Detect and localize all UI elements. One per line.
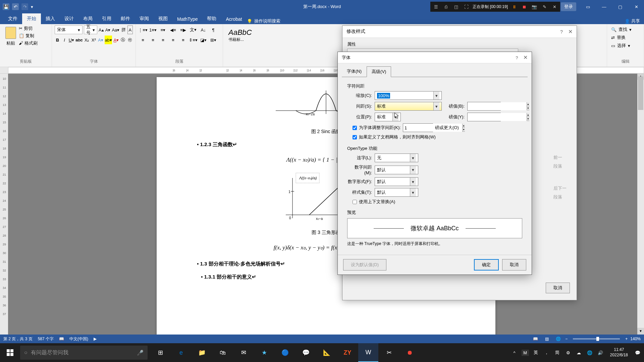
clock[interactable]: 11:47 2022/6/18 xyxy=(607,347,631,358)
decrease-indent-icon[interactable]: ◀≡ xyxy=(169,25,177,34)
replace-button[interactable]: ⇄替换 xyxy=(610,34,641,42)
select-button[interactable]: ▭选择▾ xyxy=(610,42,641,50)
spin-down-icon[interactable]: ▼ xyxy=(527,106,529,110)
tab-review[interactable]: 审阅 xyxy=(135,13,154,24)
login-button[interactable]: 登录 xyxy=(561,2,576,11)
star-app-icon[interactable]: ★ xyxy=(254,343,274,362)
highlight-icon[interactable]: ab▾ xyxy=(105,36,112,44)
spell-check-icon[interactable]: 📖 xyxy=(59,337,64,341)
borders-icon[interactable]: ⊞▾ xyxy=(209,36,218,44)
find-button[interactable]: 🔍查找▾ xyxy=(610,25,641,34)
align-right-icon[interactable]: ≡ xyxy=(159,36,167,44)
start-button[interactable] xyxy=(0,343,20,362)
multilevel-icon[interactable]: ≡▾ xyxy=(159,25,167,34)
change-case-icon[interactable]: Aa▾ xyxy=(112,25,119,34)
snap-grid-checkbox[interactable] xyxy=(353,135,357,139)
tray-expand-icon[interactable]: ^ xyxy=(511,350,518,355)
position-pt-spinner[interactable]: ▲▼ xyxy=(467,113,501,121)
ime-mode[interactable]: 简 xyxy=(554,350,561,356)
zoom-out-button[interactable]: − xyxy=(565,337,568,341)
chevron-down-icon[interactable]: ▾ xyxy=(410,178,416,186)
spin-up-icon[interactable]: ▲ xyxy=(463,124,465,128)
menu-icon[interactable]: ☰ xyxy=(432,3,440,10)
close-icon[interactable]: ✕ xyxy=(523,55,528,60)
spin-up-icon[interactable]: ▲ xyxy=(527,113,529,117)
line-spacing-icon[interactable]: ⇕≡▾ xyxy=(189,36,198,44)
text-effects-icon[interactable]: A▾ xyxy=(98,36,104,44)
cancel-button[interactable]: 取消 xyxy=(502,259,526,270)
zoom-in-button[interactable]: + xyxy=(625,337,628,341)
record-app-icon[interactable]: ⏺ xyxy=(400,343,420,362)
ribbon-options-icon[interactable]: ▭ xyxy=(580,0,596,13)
kerning-checkbox[interactable] xyxy=(353,126,357,130)
zoom-level[interactable]: 140% xyxy=(630,337,641,341)
phonetic-icon[interactable]: 拼 xyxy=(121,25,126,34)
undo-icon[interactable]: ↶ xyxy=(12,3,19,10)
close-icon[interactable]: ✕ xyxy=(629,0,644,13)
store-icon[interactable]: 🛍 xyxy=(213,343,233,362)
print-layout-icon[interactable]: ▤ xyxy=(542,336,551,342)
tab-layout[interactable]: 布局 xyxy=(78,13,97,24)
font-name-combo[interactable]: 宋体▾ xyxy=(55,25,83,34)
chevron-down-icon[interactable]: ▾ xyxy=(410,154,416,162)
tab-mathtype[interactable]: MathType xyxy=(172,14,202,24)
close-icon[interactable]: ✕ xyxy=(568,29,573,35)
tab-references[interactable]: 引用 xyxy=(97,13,116,24)
tab-acrobat[interactable]: Acrobat xyxy=(221,14,247,24)
superscript-icon[interactable]: X² xyxy=(91,36,97,44)
align-center-icon[interactable]: ≡ xyxy=(149,36,157,44)
stop-icon[interactable]: ⏹ xyxy=(521,3,528,10)
shading-icon[interactable]: ◪▾ xyxy=(199,36,208,44)
chevron-down-icon[interactable]: ▾ xyxy=(410,188,416,196)
minimize-icon[interactable]: ― xyxy=(596,0,612,13)
ime-punct-icon[interactable]: ， xyxy=(543,350,550,356)
chevron-down-icon[interactable]: ▾ xyxy=(433,102,439,110)
wechat-icon[interactable]: 💬 xyxy=(296,343,316,362)
taskbar-search[interactable]: ○ 有问题尽管问我 🎤 xyxy=(20,346,148,360)
distribute-icon[interactable]: ≡ xyxy=(179,36,187,44)
edge-icon[interactable]: e xyxy=(171,343,191,362)
scroll-down-icon[interactable]: ▼ xyxy=(637,328,644,335)
increase-indent-icon[interactable]: ≡▶ xyxy=(179,25,187,34)
notifications-icon[interactable]: 💬 xyxy=(634,350,641,355)
ime-lang[interactable]: 英 xyxy=(532,350,540,356)
tab-font-advanced[interactable]: 高级(V) xyxy=(367,66,391,77)
tab-mailings[interactable]: 邮件 xyxy=(116,13,135,24)
tab-view[interactable]: 视图 xyxy=(154,13,172,24)
scale-combo[interactable]: 100% ▾ xyxy=(375,91,442,100)
share-button[interactable]: 👤 共享 xyxy=(625,18,640,24)
copy-button[interactable]: 📋 复制 xyxy=(19,33,38,39)
contextual-checkbox[interactable] xyxy=(353,200,357,204)
italic-icon[interactable]: I xyxy=(62,36,67,44)
ok-button[interactable]: 确定 xyxy=(474,259,499,270)
asian-layout-icon[interactable]: 文▾ xyxy=(189,25,198,34)
tell-me-search[interactable]: 💡 操作说明搜索 xyxy=(247,18,280,24)
spin-down-icon[interactable]: ▼ xyxy=(527,117,529,121)
tab-insert[interactable]: 插入 xyxy=(41,13,60,24)
vertical-ruler[interactable]: 10 11 12 13 14 15 16 17 18 19 20 21 22 2… xyxy=(0,74,8,349)
camera-icon[interactable]: 📷 xyxy=(531,3,538,10)
language-status[interactable]: 中文(中国) xyxy=(69,336,88,342)
mic-icon[interactable]: 🎤 xyxy=(137,350,144,356)
increase-font-icon[interactable]: A▴ xyxy=(99,25,104,34)
qat-dropdown-icon[interactable]: ▾ xyxy=(31,4,33,9)
explorer-icon[interactable]: 📁 xyxy=(192,343,212,362)
zy-app-icon[interactable]: ZY xyxy=(337,343,358,362)
sort-icon[interactable]: A↓ xyxy=(199,25,208,34)
strikethrough-icon[interactable]: abc xyxy=(75,36,83,44)
kerning-spinner[interactable]: ▲▼ xyxy=(403,123,433,132)
spacing-combo[interactable]: 标准 ▾ xyxy=(375,102,442,111)
spacing-pt-spinner[interactable]: ▲▼ xyxy=(467,102,501,111)
close-recording-icon[interactable]: ✕ xyxy=(551,3,558,10)
redo-icon[interactable]: ↷ xyxy=(21,3,28,10)
set-default-button[interactable]: 设为默认值(D) xyxy=(343,259,386,270)
snipping-icon[interactable]: ✂ xyxy=(379,343,399,362)
subscript-icon[interactable]: X₂ xyxy=(84,36,90,44)
font-size-combo[interactable]: 五号▾ xyxy=(84,25,97,34)
tab-file[interactable]: 文件 xyxy=(3,13,22,24)
save-icon[interactable]: 💾 xyxy=(3,3,9,10)
read-mode-icon[interactable]: 📖 xyxy=(531,336,540,342)
screenshot-icon[interactable]: ⎙ xyxy=(442,3,450,10)
page-count[interactable]: 第 2 页，共 3 页 xyxy=(3,336,33,342)
clear-format-icon[interactable]: A xyxy=(127,25,133,34)
